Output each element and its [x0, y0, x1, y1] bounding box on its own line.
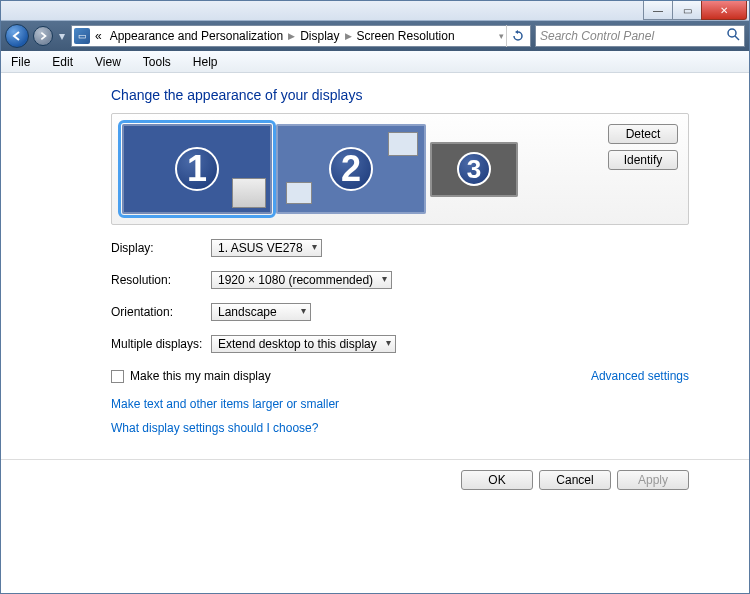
menu-bar: File Edit View Tools Help	[1, 51, 749, 73]
page-title: Change the appearance of your displays	[111, 87, 689, 103]
breadcrumb-display[interactable]: Display	[297, 29, 342, 43]
monitor-side-buttons: Detect Identify	[608, 124, 678, 170]
which-settings-link[interactable]: What display settings should I choose?	[111, 421, 689, 435]
display-label: Display:	[111, 241, 211, 255]
forward-button[interactable]	[33, 26, 53, 46]
refresh-icon	[512, 30, 524, 42]
chevron-down-icon[interactable]: ▾	[499, 31, 504, 41]
display-select[interactable]: 1. ASUS VE278	[211, 239, 322, 257]
monitor-icon: ▭	[74, 28, 90, 44]
main-display-checkbox[interactable]	[111, 370, 124, 383]
refresh-button[interactable]	[506, 25, 528, 47]
menu-file[interactable]: File	[7, 53, 34, 71]
resolution-select[interactable]: 1920 × 1080 (recommended)	[211, 271, 392, 289]
breadcrumb-prefix: «	[92, 29, 105, 43]
breadcrumb-appearance[interactable]: Appearance and Personalization	[107, 29, 286, 43]
multiple-displays-select[interactable]: Extend desktop to this display	[211, 335, 396, 353]
search-icon	[727, 28, 740, 44]
resolution-row: Resolution: 1920 × 1080 (recommended)	[111, 271, 689, 289]
arrow-left-icon	[11, 30, 23, 42]
title-bar: — ▭ ✕	[1, 1, 749, 21]
window-thumbnail-icon	[286, 182, 312, 204]
resolution-value: 1920 × 1080 (recommended)	[218, 273, 373, 287]
address-bar[interactable]: ▭ « Appearance and Personalization ▶ Dis…	[71, 25, 531, 47]
arrow-right-icon	[38, 31, 48, 41]
cancel-button[interactable]: Cancel	[539, 470, 611, 490]
content-area: Change the appearance of your displays 1…	[1, 73, 749, 500]
menu-view[interactable]: View	[91, 53, 125, 71]
orientation-value: Landscape	[218, 305, 277, 319]
menu-tools[interactable]: Tools	[139, 53, 175, 71]
chevron-right-icon: ▶	[288, 31, 295, 41]
apply-button[interactable]: Apply	[617, 470, 689, 490]
window-thumbnail-icon	[232, 178, 266, 208]
close-button[interactable]: ✕	[701, 1, 747, 20]
display-row: Display: 1. ASUS VE278	[111, 239, 689, 257]
display-arrangement-panel: 1 2 3 Detect Identify	[111, 113, 689, 225]
identify-button[interactable]: Identify	[608, 150, 678, 170]
dialog-buttons: OK Cancel Apply	[111, 460, 749, 490]
detect-button[interactable]: Detect	[608, 124, 678, 144]
window-thumbnail-icon	[388, 132, 418, 156]
monitor-2[interactable]: 2	[276, 124, 426, 214]
monitor-1[interactable]: 1	[122, 124, 272, 214]
resolution-label: Resolution:	[111, 273, 211, 287]
menu-help[interactable]: Help	[189, 53, 222, 71]
multiple-displays-label: Multiple displays:	[111, 337, 211, 351]
menu-edit[interactable]: Edit	[48, 53, 77, 71]
multiple-displays-value: Extend desktop to this display	[218, 337, 377, 351]
nav-bar: ▾ ▭ « Appearance and Personalization ▶ D…	[1, 21, 749, 51]
orientation-select[interactable]: Landscape	[211, 303, 311, 321]
orientation-label: Orientation:	[111, 305, 211, 319]
multiple-displays-row: Multiple displays: Extend desktop to thi…	[111, 335, 689, 353]
make-text-larger-link[interactable]: Make text and other items larger or smal…	[111, 397, 689, 411]
svg-line-1	[735, 36, 739, 40]
main-display-label: Make this my main display	[130, 369, 271, 383]
orientation-row: Orientation: Landscape	[111, 303, 689, 321]
advanced-settings-link[interactable]: Advanced settings	[591, 369, 689, 383]
breadcrumb-screen-resolution[interactable]: Screen Resolution	[354, 29, 458, 43]
search-placeholder: Search Control Panel	[540, 29, 654, 43]
main-display-row: Make this my main display Advanced setti…	[111, 369, 689, 383]
ok-button[interactable]: OK	[461, 470, 533, 490]
svg-point-0	[728, 29, 736, 37]
monitor-number-badge: 3	[457, 152, 491, 186]
display-value: 1. ASUS VE278	[218, 241, 303, 255]
monitor-layout[interactable]: 1 2 3	[122, 124, 598, 214]
maximize-button[interactable]: ▭	[672, 1, 702, 20]
monitor-number-badge: 2	[329, 147, 373, 191]
minimize-button[interactable]: —	[643, 1, 673, 20]
back-button[interactable]	[5, 24, 29, 48]
monitor-number-badge: 1	[175, 147, 219, 191]
monitor-3[interactable]: 3	[430, 142, 518, 197]
chevron-right-icon: ▶	[345, 31, 352, 41]
search-input[interactable]: Search Control Panel	[535, 25, 745, 47]
history-dropdown[interactable]: ▾	[57, 24, 67, 48]
